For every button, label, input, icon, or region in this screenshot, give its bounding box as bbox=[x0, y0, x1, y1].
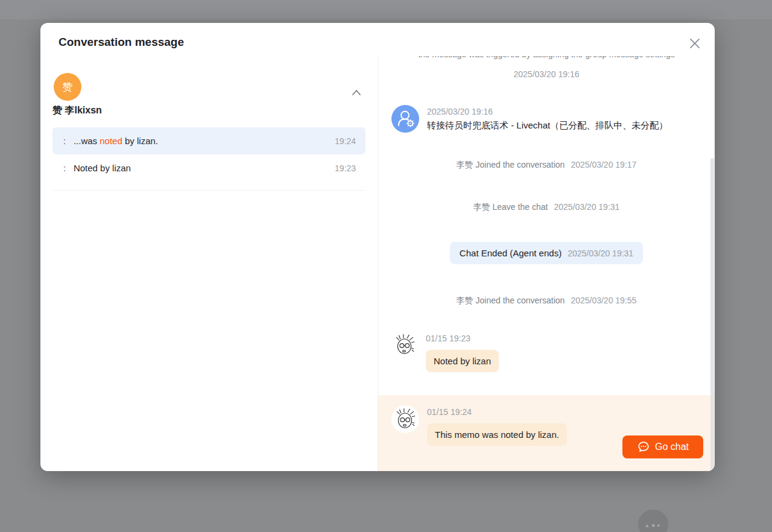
chat-panel: the message was triggered by assigning t… bbox=[378, 56, 715, 471]
chat-ended-badge: Chat Ended (Agent ends)2025/03/20 19:31 bbox=[450, 242, 643, 264]
colon-icon: : bbox=[63, 163, 66, 173]
message-timestamp: 01/15 19:24 bbox=[427, 407, 567, 417]
chevron-up-icon[interactable] bbox=[350, 87, 362, 98]
chat-ended-text: Chat Ended (Agent ends) bbox=[460, 248, 562, 258]
system-event-time: 2025/03/20 19:55 bbox=[571, 296, 636, 305]
system-event: 李赞 Leave the chat2025/03/20 19:31 bbox=[391, 202, 701, 213]
modal-header: Conversation message bbox=[40, 23, 715, 56]
floating-chat-widget[interactable]: ▲■● bbox=[638, 510, 668, 532]
customer-message: 01/15 19:23 Noted by lizan bbox=[391, 332, 701, 372]
chat-bubble-icon bbox=[637, 440, 650, 454]
note-list-item[interactable]: : ...was noted by lizan. 19:24 bbox=[52, 127, 365, 154]
customer-avatar bbox=[391, 405, 419, 433]
note-text-highlight: noted bbox=[100, 136, 122, 146]
page-title: Conversation message bbox=[59, 36, 184, 49]
chat-message-list: the message was triggered by assigning t… bbox=[378, 56, 715, 395]
close-icon[interactable] bbox=[688, 36, 702, 51]
note-item-time: 19:24 bbox=[335, 136, 356, 146]
clipped-system-message: the message was triggered by assigning t… bbox=[391, 56, 701, 60]
chat-ended-row: Chat Ended (Agent ends)2025/03/20 19:31 bbox=[391, 242, 701, 264]
system-event-text: 李赞 Leave the chat bbox=[473, 202, 548, 212]
background-header-strip bbox=[0, 0, 772, 19]
note-list-item[interactable]: : Noted by lizan 19:23 bbox=[52, 154, 365, 182]
customer-avatar bbox=[391, 332, 418, 358]
person-gear-icon bbox=[391, 105, 419, 133]
note-text-after: by lizan. bbox=[122, 136, 158, 146]
message-bubble: This memo was noted by lizan. bbox=[427, 423, 567, 446]
widget-shapes-icon: ▲■● bbox=[645, 522, 662, 528]
chat-scrollbar[interactable] bbox=[710, 158, 714, 469]
go-chat-label: Go chat bbox=[655, 442, 689, 452]
message-bubble: Noted by lizan bbox=[426, 350, 499, 372]
bot-agent-avatar bbox=[391, 105, 419, 133]
system-event: 李赞 Joined the conversation2025/03/20 19:… bbox=[391, 160, 701, 171]
note-item-text: ...was noted by lizan. bbox=[74, 136, 327, 146]
divider bbox=[52, 190, 365, 191]
message-timestamp: 01/15 19:23 bbox=[426, 334, 499, 343]
agent-bot-message: 2025/03/20 19:16 转接待员时兜底话术 - Livechat（已分… bbox=[391, 105, 701, 133]
system-event-time: 2025/03/20 19:17 bbox=[571, 160, 636, 169]
system-event-text: 李赞 Joined the conversation bbox=[457, 296, 565, 305]
conversation-message-modal: Conversation message 赞 赞 李lkixsn : bbox=[40, 23, 715, 471]
note-item-time: 19:23 bbox=[335, 163, 356, 173]
contact-name: 赞 李lkixsn bbox=[52, 104, 102, 117]
highlighted-memo-section: 01/15 19:24 This memo was noted by lizan… bbox=[378, 395, 715, 471]
system-event-time: 2025/03/20 19:31 bbox=[554, 202, 619, 212]
sketch-face-icon bbox=[392, 332, 417, 358]
message-text: 转接待员时兜底话术 - Livechat（已分配、排队中、未分配） bbox=[427, 120, 668, 131]
system-event-text: 李赞 Joined the conversation bbox=[457, 160, 565, 169]
note-item-text: Noted by lizan bbox=[74, 163, 327, 173]
note-text-before: ...was bbox=[74, 136, 100, 146]
notes-panel: 赞 赞 李lkixsn : ...was noted by lizan. 19:… bbox=[40, 56, 378, 471]
system-event: 李赞 Joined the conversation2025/03/20 19:… bbox=[391, 296, 701, 306]
note-list: : ...was noted by lizan. 19:24 : Noted b… bbox=[52, 127, 365, 191]
contact-avatar-text: 赞 bbox=[63, 80, 73, 94]
contact-avatar: 赞 bbox=[54, 73, 81, 101]
sketch-face-icon bbox=[393, 407, 418, 432]
colon-icon: : bbox=[63, 136, 66, 146]
system-timestamp: 2025/03/20 19:16 bbox=[391, 69, 701, 79]
go-chat-button[interactable]: Go chat bbox=[622, 435, 703, 458]
message-timestamp: 2025/03/20 19:16 bbox=[427, 107, 668, 116]
chat-ended-time: 2025/03/20 19:31 bbox=[568, 249, 633, 258]
